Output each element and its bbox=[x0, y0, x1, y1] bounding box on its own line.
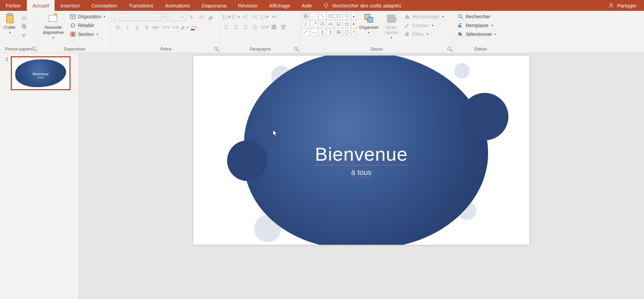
tell-me-search[interactable]: Rechercher des outils adaptés bbox=[318, 0, 407, 11]
slide-subtitle[interactable]: à tous bbox=[193, 168, 529, 177]
find-button[interactable]: Rechercher bbox=[456, 13, 499, 20]
slide-title[interactable]: Bienvenue bbox=[193, 143, 529, 165]
tab-review[interactable]: Révision bbox=[232, 0, 263, 11]
shape-gallery[interactable]: A { } bbox=[302, 12, 350, 36]
layout-label: Disposition bbox=[78, 14, 101, 19]
shape-curve[interactable] bbox=[310, 28, 318, 36]
align-text-button[interactable] bbox=[270, 23, 278, 31]
bullets-icon bbox=[222, 14, 228, 20]
italic-button[interactable]: I bbox=[123, 23, 132, 31]
align-text-icon bbox=[271, 24, 277, 30]
smartart-icon bbox=[280, 24, 286, 30]
shape-outline-button[interactable]: Contour▾ bbox=[402, 22, 446, 29]
shadow-button[interactable]: S bbox=[142, 23, 150, 31]
smartart-button[interactable] bbox=[279, 23, 287, 31]
svg-point-82 bbox=[459, 15, 462, 18]
layout-button[interactable]: Disposition▾ bbox=[68, 13, 107, 20]
tab-home[interactable]: Accueil bbox=[27, 0, 55, 11]
text-direction-button[interactable]: ↕A bbox=[270, 13, 278, 21]
shape-brace-l[interactable]: { bbox=[319, 28, 326, 36]
format-painter-button[interactable] bbox=[19, 31, 29, 39]
tab-file[interactable]: Fichier bbox=[0, 0, 27, 11]
gallery-up[interactable]: ▴ bbox=[351, 12, 356, 20]
tab-insert[interactable]: Insertion bbox=[55, 0, 86, 11]
arrange-button[interactable]: Organiser▾ bbox=[357, 12, 381, 35]
gallery-more[interactable]: ▿ bbox=[351, 28, 356, 36]
shape-effects-button[interactable]: Effets▾ bbox=[402, 31, 446, 38]
tab-view[interactable]: Affichage bbox=[263, 0, 296, 11]
shape-hex[interactable] bbox=[343, 28, 350, 36]
svg-rect-69 bbox=[337, 15, 340, 17]
justify-button[interactable] bbox=[251, 23, 259, 31]
svg-rect-75 bbox=[367, 17, 373, 22]
new-slide-button[interactable]: ✶ Nouvelle diapositive ▾ bbox=[40, 12, 66, 40]
shape-line2[interactable] bbox=[319, 12, 326, 20]
tab-help[interactable]: Aide bbox=[296, 0, 318, 11]
shape-roundrect[interactable] bbox=[335, 12, 342, 20]
copy-button[interactable] bbox=[19, 22, 29, 30]
bold-button[interactable]: G bbox=[114, 23, 122, 31]
replace-button[interactable]: ab Remplacer▾ bbox=[456, 22, 499, 29]
shape-textbox[interactable]: A bbox=[302, 12, 310, 20]
columns-button[interactable]: ▾ bbox=[260, 23, 268, 31]
font-launcher[interactable] bbox=[214, 47, 219, 52]
font-size-combo[interactable]: ▾ bbox=[169, 13, 186, 21]
char-spacing-button[interactable]: AV▾ bbox=[161, 23, 169, 31]
highlight-button[interactable]: ▾ bbox=[180, 23, 188, 31]
svg-rect-58 bbox=[272, 25, 276, 29]
reset-button[interactable]: Rétablir bbox=[68, 22, 107, 29]
tab-animations[interactable]: Animations bbox=[159, 0, 196, 11]
shape-callout[interactable] bbox=[335, 20, 342, 28]
svg-text:ab: ab bbox=[458, 24, 461, 27]
change-case-button[interactable]: Aa▾ bbox=[171, 23, 179, 31]
select-button[interactable]: Sélectionner▾ bbox=[456, 31, 499, 38]
shape-elbow[interactable] bbox=[310, 20, 318, 28]
svg-point-78 bbox=[408, 18, 409, 19]
slide[interactable]: Bienvenue à tous bbox=[193, 56, 529, 245]
reset-label: Rétablir bbox=[78, 23, 94, 28]
tab-design[interactable]: Conception bbox=[86, 0, 123, 11]
shape-arrow-down[interactable] bbox=[319, 20, 326, 28]
align-right-button[interactable] bbox=[241, 23, 249, 31]
paragraph-launcher[interactable] bbox=[294, 47, 299, 52]
shape-arrow-right[interactable] bbox=[327, 20, 334, 28]
slide-thumbnails-pane: 1 Bienvenue à tous bbox=[0, 53, 79, 299]
align-center-button[interactable] bbox=[232, 23, 240, 31]
increase-indent-button[interactable] bbox=[251, 13, 259, 21]
clipboard-launcher[interactable] bbox=[32, 47, 37, 52]
align-center-icon bbox=[233, 24, 239, 30]
shape-brace-r[interactable]: } bbox=[327, 28, 334, 36]
section-button[interactable]: Section▾ bbox=[68, 31, 107, 38]
drawing-launcher[interactable] bbox=[447, 47, 452, 52]
share-button[interactable]: Partager bbox=[601, 0, 644, 11]
cut-button[interactable] bbox=[19, 14, 29, 21]
bullets-button[interactable]: ▾ bbox=[222, 13, 230, 21]
shape-rect[interactable] bbox=[327, 12, 334, 20]
tab-slideshow[interactable]: Diaporama bbox=[196, 0, 232, 11]
clear-formatting-button[interactable] bbox=[207, 13, 215, 21]
shape-line[interactable] bbox=[310, 12, 318, 20]
strikethrough-button[interactable]: abc bbox=[152, 23, 160, 31]
shape-action[interactable] bbox=[335, 28, 342, 36]
underline-button[interactable]: S bbox=[133, 23, 141, 31]
shape-oval[interactable] bbox=[343, 12, 350, 20]
paste-button[interactable]: Coller ▾ bbox=[2, 12, 18, 35]
align-left-button[interactable] bbox=[222, 23, 230, 31]
slide-canvas-area[interactable]: Bienvenue à tous bbox=[79, 53, 644, 299]
shape-fill-button[interactable]: Remplissage▾ bbox=[402, 13, 446, 20]
font-color-button[interactable]: A▾ bbox=[190, 23, 198, 31]
decrease-font-button[interactable]: A▾ bbox=[197, 13, 205, 21]
shape-arc[interactable] bbox=[302, 28, 310, 36]
slide-thumbnail-1[interactable]: Bienvenue à tous bbox=[11, 56, 71, 90]
increase-font-button[interactable]: A▴ bbox=[188, 13, 196, 21]
quick-styles-button[interactable]: Abc Styles rapides▾ bbox=[382, 12, 401, 40]
svg-rect-3 bbox=[8, 13, 12, 15]
shape-star[interactable] bbox=[343, 20, 350, 28]
decrease-indent-button[interactable] bbox=[241, 13, 249, 21]
gallery-down[interactable]: ▾ bbox=[351, 20, 356, 28]
tab-transitions[interactable]: Transitions bbox=[123, 0, 159, 11]
numbering-button[interactable]: 123▾ bbox=[232, 13, 240, 21]
shape-connector[interactable] bbox=[302, 20, 310, 28]
line-spacing-button[interactable]: ▾ bbox=[260, 13, 268, 21]
font-name-combo[interactable]: ▾ bbox=[114, 13, 167, 21]
